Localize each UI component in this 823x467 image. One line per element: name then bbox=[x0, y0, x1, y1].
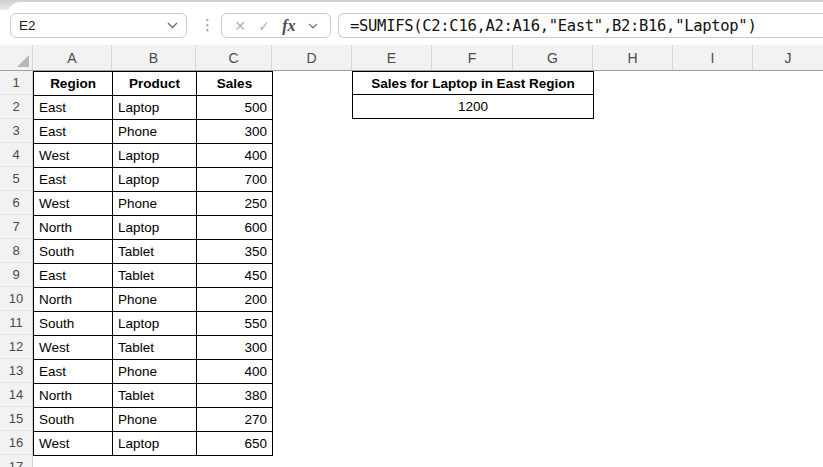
table-row: West Laptop 400 bbox=[34, 144, 273, 168]
cell-b4[interactable]: Laptop bbox=[113, 144, 197, 168]
enter-button[interactable]: ✓ bbox=[258, 18, 270, 34]
table-row: East Laptop 500 bbox=[34, 96, 273, 120]
select-all-button[interactable] bbox=[0, 45, 33, 70]
row-header-2[interactable]: 2 bbox=[0, 95, 32, 119]
namebox-resize-handle-icon[interactable]: ⋮ bbox=[200, 12, 214, 38]
formula-bar-row: E2 ⋮ ✕ ✓ fx =SUMIFS(C2:C16,A2:A16,"East"… bbox=[0, 0, 823, 45]
row-header-8[interactable]: 8 bbox=[0, 239, 32, 263]
row-header-11[interactable]: 11 bbox=[0, 311, 32, 335]
cell-b15[interactable]: Phone bbox=[113, 408, 197, 432]
cell-a14[interactable]: North bbox=[34, 384, 113, 408]
cell-c4[interactable]: 400 bbox=[197, 144, 273, 168]
cell-c10[interactable]: 200 bbox=[197, 288, 273, 312]
cell-c16[interactable]: 650 bbox=[197, 432, 273, 456]
cell-c3[interactable]: 300 bbox=[197, 120, 273, 144]
column-header-j[interactable]: J bbox=[753, 45, 823, 70]
cell-a15[interactable]: South bbox=[34, 408, 113, 432]
cell-a16[interactable]: West bbox=[34, 432, 113, 456]
column-header-d[interactable]: D bbox=[272, 45, 352, 70]
cell-a10[interactable]: North bbox=[34, 288, 113, 312]
cell-a12[interactable]: West bbox=[34, 336, 113, 360]
function-chevron-icon[interactable] bbox=[308, 23, 318, 29]
cell-a9[interactable]: East bbox=[34, 264, 113, 288]
table-row: North Phone 200 bbox=[34, 288, 273, 312]
summary-block: Sales for Laptop in East Region 1200 bbox=[352, 71, 594, 119]
cell-b5[interactable]: Laptop bbox=[113, 168, 197, 192]
column-header-i[interactable]: I bbox=[673, 45, 753, 70]
row-header-7[interactable]: 7 bbox=[0, 215, 32, 239]
cell-a4[interactable]: West bbox=[34, 144, 113, 168]
cell-c5[interactable]: 700 bbox=[197, 168, 273, 192]
cell-b10[interactable]: Phone bbox=[113, 288, 197, 312]
data-table: Region Product Sales East Laptop 500 Eas… bbox=[33, 71, 273, 456]
row-header-15[interactable]: 15 bbox=[0, 407, 32, 431]
cell-c11[interactable]: 550 bbox=[197, 312, 273, 336]
column-header-a[interactable]: A bbox=[33, 45, 112, 70]
row-header-10[interactable]: 10 bbox=[0, 287, 32, 311]
cell-b6[interactable]: Phone bbox=[113, 192, 197, 216]
cell-c8[interactable]: 350 bbox=[197, 240, 273, 264]
column-header-h[interactable]: H bbox=[593, 45, 673, 70]
cancel-button[interactable]: ✕ bbox=[234, 18, 246, 34]
cell-a7[interactable]: North bbox=[34, 216, 113, 240]
table-header-row: Region Product Sales bbox=[34, 72, 273, 96]
formula-buttons-group: ✕ ✓ fx bbox=[221, 13, 331, 38]
cell-a2[interactable]: East bbox=[34, 96, 113, 120]
cell-b7[interactable]: Laptop bbox=[113, 216, 197, 240]
name-box-chevron-icon[interactable] bbox=[167, 22, 178, 29]
header-cell-region[interactable]: Region bbox=[34, 72, 113, 96]
column-header-e[interactable]: E bbox=[352, 45, 432, 70]
formula-bar-input[interactable]: =SUMIFS(C2:C16,A2:A16,"East",B2:B16,"Lap… bbox=[338, 13, 823, 38]
cell-c14[interactable]: 380 bbox=[197, 384, 273, 408]
cell-a13[interactable]: East bbox=[34, 360, 113, 384]
cell-b2[interactable]: Laptop bbox=[113, 96, 197, 120]
row-header-17[interactable]: 17 bbox=[0, 455, 32, 467]
column-header-f[interactable]: F bbox=[432, 45, 513, 70]
cell-b12[interactable]: Tablet bbox=[113, 336, 197, 360]
cell-b16[interactable]: Laptop bbox=[113, 432, 197, 456]
cell-b13[interactable]: Phone bbox=[113, 360, 197, 384]
formula-text: =SUMIFS(C2:C16,A2:A16,"East",B2:B16,"Lap… bbox=[350, 17, 756, 35]
cell-b3[interactable]: Phone bbox=[113, 120, 197, 144]
cell-c9[interactable]: 450 bbox=[197, 264, 273, 288]
row-header-5[interactable]: 5 bbox=[0, 167, 32, 191]
row-header-4[interactable]: 4 bbox=[0, 143, 32, 167]
summary-title-cell[interactable]: Sales for Laptop in East Region bbox=[353, 72, 593, 95]
header-cell-product[interactable]: Product bbox=[113, 72, 197, 96]
row-header-12[interactable]: 12 bbox=[0, 335, 32, 359]
cell-c12[interactable]: 300 bbox=[197, 336, 273, 360]
cell-c6[interactable]: 250 bbox=[197, 192, 273, 216]
table-row: North Laptop 600 bbox=[34, 216, 273, 240]
column-header-c[interactable]: C bbox=[196, 45, 272, 70]
cell-b8[interactable]: Tablet bbox=[113, 240, 197, 264]
table-row: East Phone 400 bbox=[34, 360, 273, 384]
column-header-g[interactable]: G bbox=[513, 45, 593, 70]
cell-c2[interactable]: 500 bbox=[197, 96, 273, 120]
cell-b11[interactable]: Laptop bbox=[113, 312, 197, 336]
cell-a8[interactable]: South bbox=[34, 240, 113, 264]
header-cell-sales[interactable]: Sales bbox=[197, 72, 273, 96]
table-row: West Laptop 650 bbox=[34, 432, 273, 456]
insert-function-button[interactable]: fx bbox=[282, 17, 295, 35]
cell-a11[interactable]: South bbox=[34, 312, 113, 336]
row-header-3[interactable]: 3 bbox=[0, 119, 32, 143]
cell-b14[interactable]: Tablet bbox=[113, 384, 197, 408]
cell-a5[interactable]: East bbox=[34, 168, 113, 192]
cell-c7[interactable]: 600 bbox=[197, 216, 273, 240]
table-row: East Phone 300 bbox=[34, 120, 273, 144]
name-box[interactable]: E2 bbox=[10, 13, 187, 38]
column-header-b[interactable]: B bbox=[112, 45, 196, 70]
cell-c13[interactable]: 400 bbox=[197, 360, 273, 384]
row-header-6[interactable]: 6 bbox=[0, 191, 32, 215]
row-header-14[interactable]: 14 bbox=[0, 383, 32, 407]
summary-value-cell-e2[interactable]: 1200 bbox=[353, 95, 593, 118]
table-row: East Laptop 700 bbox=[34, 168, 273, 192]
cell-c15[interactable]: 270 bbox=[197, 408, 273, 432]
cell-a6[interactable]: West bbox=[34, 192, 113, 216]
cell-b9[interactable]: Tablet bbox=[113, 264, 197, 288]
cell-a3[interactable]: East bbox=[34, 120, 113, 144]
row-header-1[interactable]: 1 bbox=[0, 71, 32, 95]
row-header-13[interactable]: 13 bbox=[0, 359, 32, 383]
row-header-9[interactable]: 9 bbox=[0, 263, 32, 287]
row-header-16[interactable]: 16 bbox=[0, 431, 32, 455]
